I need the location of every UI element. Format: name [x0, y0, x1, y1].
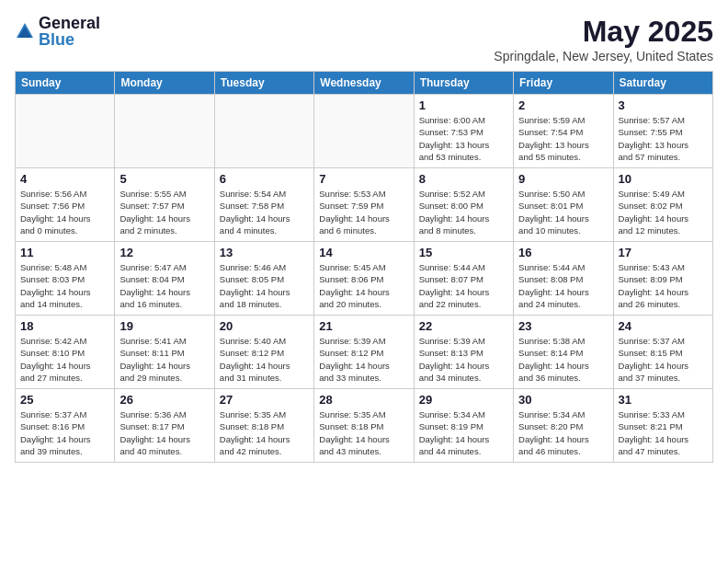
calendar-cell: 6Sunrise: 5:54 AMSunset: 7:58 PMDaylight…	[214, 168, 313, 242]
day-number: 31	[619, 393, 708, 407]
calendar-cell: 3Sunrise: 5:57 AMSunset: 7:55 PMDaylight…	[613, 95, 712, 168]
day-number: 9	[518, 172, 608, 186]
calendar-cell: 11Sunrise: 5:48 AMSunset: 8:03 PMDayligh…	[16, 242, 115, 316]
logo-general: General	[39, 15, 100, 31]
day-number: 15	[419, 246, 508, 259]
calendar-cell: 9Sunrise: 5:50 AMSunset: 8:01 PMDaylight…	[514, 168, 613, 242]
day-number: 19	[119, 319, 209, 333]
calendar-cell: 24Sunrise: 5:37 AMSunset: 8:15 PMDayligh…	[613, 316, 712, 389]
day-info: Sunrise: 5:47 AMSunset: 8:04 PMDaylight:…	[119, 261, 209, 310]
day-number: 26	[119, 393, 209, 407]
day-info: Sunrise: 5:56 AMSunset: 7:56 PMDaylight:…	[20, 188, 109, 236]
day-number: 21	[319, 319, 408, 333]
calendar-cell: 21Sunrise: 5:39 AMSunset: 8:12 PMDayligh…	[314, 316, 414, 389]
calendar-week-row: 25Sunrise: 5:37 AMSunset: 8:16 PMDayligh…	[16, 389, 713, 463]
calendar-cell: 29Sunrise: 5:34 AMSunset: 8:19 PMDayligh…	[414, 389, 513, 463]
day-number: 30	[518, 393, 608, 407]
day-info: Sunrise: 5:37 AMSunset: 8:15 PMDaylight:…	[619, 335, 708, 384]
calendar-cell: 10Sunrise: 5:49 AMSunset: 8:02 PMDayligh…	[613, 168, 712, 242]
day-header-saturday: Saturday	[613, 72, 712, 95]
calendar-cell	[214, 95, 313, 168]
day-info: Sunrise: 5:45 AMSunset: 8:06 PMDaylight:…	[319, 261, 408, 310]
calendar-cell: 19Sunrise: 5:41 AMSunset: 8:11 PMDayligh…	[115, 316, 214, 389]
calendar-cell	[16, 95, 115, 168]
day-header-tuesday: Tuesday	[214, 72, 313, 95]
day-info: Sunrise: 5:39 AMSunset: 8:12 PMDaylight:…	[319, 335, 408, 384]
day-number: 16	[518, 246, 608, 259]
day-number: 6	[220, 172, 309, 186]
calendar-cell: 2Sunrise: 5:59 AMSunset: 7:54 PMDaylight…	[514, 95, 613, 168]
day-info: Sunrise: 5:50 AMSunset: 8:01 PMDaylight:…	[518, 188, 608, 236]
logo-icon	[15, 21, 35, 41]
month-year-title: May 2025	[494, 15, 713, 49]
day-info: Sunrise: 5:48 AMSunset: 8:03 PMDaylight:…	[20, 261, 109, 310]
calendar-cell: 16Sunrise: 5:44 AMSunset: 8:08 PMDayligh…	[514, 242, 613, 316]
day-info: Sunrise: 5:59 AMSunset: 7:54 PMDaylight:…	[518, 114, 608, 163]
calendar-cell: 17Sunrise: 5:43 AMSunset: 8:09 PMDayligh…	[613, 242, 712, 316]
calendar-cell: 25Sunrise: 5:37 AMSunset: 8:16 PMDayligh…	[16, 389, 115, 463]
day-info: Sunrise: 5:40 AMSunset: 8:12 PMDaylight:…	[220, 335, 309, 384]
calendar-cell: 22Sunrise: 5:39 AMSunset: 8:13 PMDayligh…	[414, 316, 513, 389]
calendar-cell: 30Sunrise: 5:34 AMSunset: 8:20 PMDayligh…	[514, 389, 613, 463]
day-number: 11	[20, 246, 109, 259]
day-number: 2	[518, 98, 608, 112]
day-info: Sunrise: 5:36 AMSunset: 8:17 PMDaylight:…	[119, 408, 209, 457]
day-number: 5	[119, 172, 209, 186]
day-info: Sunrise: 5:35 AMSunset: 8:18 PMDaylight:…	[220, 408, 309, 457]
day-number: 24	[619, 319, 708, 333]
day-info: Sunrise: 5:42 AMSunset: 8:10 PMDaylight:…	[20, 335, 109, 384]
calendar-header-row: SundayMondayTuesdayWednesdayThursdayFrid…	[16, 72, 713, 95]
calendar-week-row: 11Sunrise: 5:48 AMSunset: 8:03 PMDayligh…	[16, 242, 713, 316]
day-info: Sunrise: 5:41 AMSunset: 8:11 PMDaylight:…	[119, 335, 209, 384]
page-header: General Blue May 2025 Springdale, New Je…	[15, 15, 713, 63]
day-info: Sunrise: 5:44 AMSunset: 8:08 PMDaylight:…	[518, 261, 608, 310]
calendar-cell: 27Sunrise: 5:35 AMSunset: 8:18 PMDayligh…	[214, 389, 313, 463]
calendar-table: SundayMondayTuesdayWednesdayThursdayFrid…	[15, 71, 713, 463]
calendar-cell: 7Sunrise: 5:53 AMSunset: 7:59 PMDaylight…	[314, 168, 414, 242]
day-number: 1	[419, 98, 508, 112]
day-info: Sunrise: 5:53 AMSunset: 7:59 PMDaylight:…	[319, 188, 408, 236]
calendar-cell: 12Sunrise: 5:47 AMSunset: 8:04 PMDayligh…	[115, 242, 214, 316]
day-number: 4	[20, 172, 109, 186]
day-info: Sunrise: 5:38 AMSunset: 8:14 PMDaylight:…	[518, 335, 608, 384]
day-number: 8	[419, 172, 508, 186]
day-number: 28	[319, 393, 408, 407]
day-number: 18	[20, 319, 109, 333]
day-info: Sunrise: 5:46 AMSunset: 8:05 PMDaylight:…	[220, 261, 309, 310]
calendar-week-row: 18Sunrise: 5:42 AMSunset: 8:10 PMDayligh…	[16, 316, 713, 389]
logo: General Blue	[15, 15, 100, 48]
calendar-week-row: 1Sunrise: 6:00 AMSunset: 7:53 PMDaylight…	[16, 95, 713, 168]
day-number: 13	[220, 246, 309, 259]
calendar-cell	[115, 95, 214, 168]
calendar-cell: 13Sunrise: 5:46 AMSunset: 8:05 PMDayligh…	[214, 242, 313, 316]
calendar-cell: 23Sunrise: 5:38 AMSunset: 8:14 PMDayligh…	[514, 316, 613, 389]
calendar-cell: 18Sunrise: 5:42 AMSunset: 8:10 PMDayligh…	[16, 316, 115, 389]
day-number: 29	[419, 393, 508, 407]
day-info: Sunrise: 5:34 AMSunset: 8:19 PMDaylight:…	[419, 408, 508, 457]
title-block: May 2025 Springdale, New Jersey, United …	[494, 15, 713, 63]
day-info: Sunrise: 5:34 AMSunset: 8:20 PMDaylight:…	[518, 408, 608, 457]
day-number: 23	[518, 319, 608, 333]
calendar-cell: 8Sunrise: 5:52 AMSunset: 8:00 PMDaylight…	[414, 168, 513, 242]
day-number: 22	[419, 319, 508, 333]
day-info: Sunrise: 5:57 AMSunset: 7:55 PMDaylight:…	[619, 114, 708, 163]
calendar-cell: 5Sunrise: 5:55 AMSunset: 7:57 PMDaylight…	[115, 168, 214, 242]
day-info: Sunrise: 5:52 AMSunset: 8:00 PMDaylight:…	[419, 188, 508, 236]
day-info: Sunrise: 5:44 AMSunset: 8:07 PMDaylight:…	[419, 261, 508, 310]
day-number: 12	[119, 246, 209, 259]
day-number: 25	[20, 393, 109, 407]
calendar-cell: 4Sunrise: 5:56 AMSunset: 7:56 PMDaylight…	[16, 168, 115, 242]
calendar-cell: 20Sunrise: 5:40 AMSunset: 8:12 PMDayligh…	[214, 316, 313, 389]
calendar-week-row: 4Sunrise: 5:56 AMSunset: 7:56 PMDaylight…	[16, 168, 713, 242]
calendar-cell: 15Sunrise: 5:44 AMSunset: 8:07 PMDayligh…	[414, 242, 513, 316]
day-info: Sunrise: 5:43 AMSunset: 8:09 PMDaylight:…	[619, 261, 708, 310]
day-header-friday: Friday	[514, 72, 613, 95]
day-number: 14	[319, 246, 408, 259]
day-info: Sunrise: 6:00 AMSunset: 7:53 PMDaylight:…	[419, 114, 508, 163]
day-info: Sunrise: 5:39 AMSunset: 8:13 PMDaylight:…	[419, 335, 508, 384]
calendar-cell: 26Sunrise: 5:36 AMSunset: 8:17 PMDayligh…	[115, 389, 214, 463]
calendar-cell: 14Sunrise: 5:45 AMSunset: 8:06 PMDayligh…	[314, 242, 414, 316]
calendar-body: 1Sunrise: 6:00 AMSunset: 7:53 PMDaylight…	[16, 95, 713, 463]
day-info: Sunrise: 5:33 AMSunset: 8:21 PMDaylight:…	[619, 408, 708, 457]
logo-blue: Blue	[39, 31, 100, 48]
